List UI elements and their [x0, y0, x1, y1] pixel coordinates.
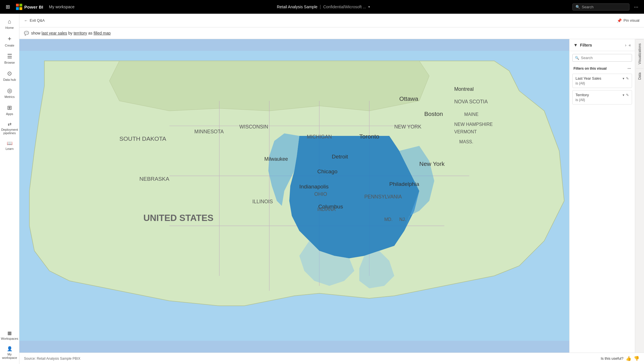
filters-search-box[interactable]: 🔍: [572, 54, 632, 62]
svg-text:ILLINOIS: ILLINOIS: [252, 199, 273, 204]
footer: Source: Retail Analysis Sample PBIX Is t…: [19, 353, 644, 364]
sidebar-item-browse[interactable]: ☰ Browse: [1, 51, 18, 67]
filters-icon: ▼: [573, 43, 578, 47]
myworkspace-icon: 👤: [7, 346, 13, 351]
filter-name: Territory: [575, 93, 621, 97]
filter-item-lastyearsales[interactable]: Last Year Sales ▾ ✎ is (All): [572, 74, 632, 88]
svg-text:SOUTH DAKOTA: SOUTH DAKOTA: [119, 135, 166, 142]
thumbup-button[interactable]: 👍: [626, 356, 631, 361]
footer-source-text: Source: Retail Analysis Sample PBIX: [24, 357, 80, 361]
product-name: Power BI: [24, 5, 43, 9]
sidebar-item-label: Workspaces: [1, 337, 18, 340]
svg-text:Toronto: Toronto: [359, 133, 379, 140]
sub-toolbar: ← Exit Q&A 📌 Pin visual: [19, 14, 644, 27]
svg-text:NEW HAMPSHIRE: NEW HAMPSHIRE: [454, 122, 493, 127]
svg-text:MICHIGAN: MICHIGAN: [307, 134, 332, 140]
workspace-label[interactable]: My workspace: [49, 5, 75, 9]
filter-value: is (All): [575, 81, 629, 85]
sidebar-item-label: Home: [5, 26, 14, 29]
sidebar-item-metrics[interactable]: ◎ Metrics: [1, 85, 18, 101]
sidebar-item-label: Learn: [5, 147, 13, 150]
report-subtitle: Confidential\Microsoft ...: [323, 5, 366, 9]
svg-rect-1: [19, 4, 22, 7]
qa-highlight-lastyearsales: last year sales: [42, 31, 67, 35]
filters-panel: ▼ Filters › « 🔍 Filters on this visual ·…: [569, 39, 635, 353]
footer-feedback: Is this useful? 👍 👎: [601, 356, 640, 361]
pin-visual-button[interactable]: 📌 Pin visual: [617, 18, 639, 23]
qa-highlight-filledmap: filled map: [94, 31, 111, 35]
waffle-icon[interactable]: ⊞: [3, 3, 12, 11]
svg-text:NOVA SCOTIA: NOVA SCOTIA: [454, 99, 488, 104]
svg-text:WISCONSIN: WISCONSIN: [239, 124, 268, 130]
sidebar-item-learn[interactable]: 📖 Learn: [1, 138, 18, 153]
svg-rect-0: [16, 4, 19, 7]
svg-text:New York: New York: [419, 160, 445, 167]
filter-edit-icon[interactable]: ✎: [626, 77, 629, 81]
sidebar-item-deployment[interactable]: ⇄ Deployment pipelines: [1, 119, 18, 137]
pin-visual-label: Pin visual: [623, 18, 639, 23]
svg-text:MINNESOTA: MINNESOTA: [194, 129, 224, 134]
svg-text:Chicago: Chicago: [317, 168, 338, 174]
sidebar-item-myworkspace[interactable]: 👤 My workspace: [1, 344, 18, 362]
back-arrow-icon: ←: [24, 18, 28, 23]
topbar: ⊞ Power BI My workspace Retail Analysis …: [0, 0, 644, 14]
sidebar-item-home[interactable]: ⌂ Home: [1, 16, 18, 32]
filter-item-territory[interactable]: Territory ▾ ✎ is (All): [572, 90, 632, 104]
svg-text:Indianapolis: Indianapolis: [299, 184, 329, 190]
tab-data[interactable]: Data: [636, 68, 643, 84]
qa-highlight-territory: territory: [74, 31, 87, 35]
browse-icon: ☰: [7, 53, 12, 60]
create-icon: +: [8, 35, 11, 43]
filters-section-more-icon[interactable]: ···: [627, 66, 631, 71]
map-svg: Chicago Milwaukee Indianapolis Columbus …: [19, 39, 569, 353]
datahub-icon: ⊙: [7, 70, 12, 77]
metrics-icon: ◎: [7, 87, 12, 94]
sidebar-item-workspaces[interactable]: ▦ Workspaces: [1, 328, 18, 343]
sidebar-item-label: Deployment pipelines: [1, 128, 18, 135]
exit-qa-label: Exit Q&A: [30, 18, 45, 23]
svg-text:VERMONT: VERMONT: [454, 129, 477, 134]
filters-expand-icon[interactable]: ›: [625, 43, 627, 47]
filters-title: Filters: [580, 43, 623, 47]
filter-chevron-icon[interactable]: ▾: [623, 93, 624, 97]
sidebar-item-label: My workspace: [2, 353, 17, 359]
subtitle-chevron-icon[interactable]: ▾: [368, 5, 370, 9]
feedback-label: Is this useful?: [601, 356, 624, 361]
exit-qa-button[interactable]: ← Exit Q&A: [24, 18, 45, 23]
svg-text:OHIO: OHIO: [314, 191, 327, 197]
report-title: Retail Analysis Sample: [277, 5, 317, 9]
content-area: ← Exit Q&A 📌 Pin visual 💬 show last year…: [19, 14, 644, 364]
svg-text:Montreal: Montreal: [454, 86, 474, 92]
global-search-box[interactable]: 🔍 Search: [572, 3, 629, 11]
right-tabs: Visualizations Data: [635, 39, 644, 353]
thumbdown-button[interactable]: 👎: [634, 356, 639, 361]
filters-section-label: Filters on this visual ···: [569, 65, 635, 73]
topbar-center: Retail Analysis Sample | Confidential\Mi…: [78, 4, 569, 9]
filters-search-input[interactable]: [581, 56, 629, 60]
svg-text:Ottawa: Ottawa: [399, 95, 418, 102]
logo: Power BI: [16, 3, 43, 10]
tab-visualizations[interactable]: Visualizations: [636, 39, 643, 68]
svg-text:NJ.
          DELAWARE
       : NJ. DELAWARE WEST VIRGINIA VIRGINIA KANS…: [399, 217, 406, 222]
sidebar-item-datahub[interactable]: ⊙ Data hub: [1, 68, 18, 84]
svg-text:Boston: Boston: [424, 110, 443, 117]
svg-text:NEW YORK: NEW YORK: [394, 124, 421, 130]
sidebar-item-apps[interactable]: ⊞ Apps: [1, 102, 18, 118]
learn-icon: 📖: [7, 140, 13, 146]
filter-item-header: Territory ▾ ✎: [575, 93, 629, 97]
main-layout: ⌂ Home + Create ☰ Browse ⊙ Data hub ◎ Me…: [0, 14, 644, 364]
filters-collapse-icon[interactable]: «: [629, 43, 631, 47]
sidebar-item-label: Create: [5, 44, 14, 47]
body-row: Chicago Milwaukee Indianapolis Columbus …: [19, 39, 644, 353]
svg-text:Milwaukee: Milwaukee: [264, 156, 288, 162]
filter-value: is (All): [575, 98, 629, 102]
filters-search-icon: 🔍: [575, 56, 579, 60]
qa-bar[interactable]: 💬 show last year sales by territory as f…: [19, 27, 644, 39]
search-placeholder-text: Search: [582, 5, 593, 9]
map-area[interactable]: Chicago Milwaukee Indianapolis Columbus …: [19, 39, 569, 353]
sidebar-item-create[interactable]: + Create: [1, 33, 18, 49]
filter-edit-icon[interactable]: ✎: [626, 93, 629, 97]
more-options-button[interactable]: ···: [632, 3, 641, 11]
sidebar-item-label: Browse: [4, 61, 15, 64]
filter-chevron-icon[interactable]: ▾: [623, 77, 624, 81]
